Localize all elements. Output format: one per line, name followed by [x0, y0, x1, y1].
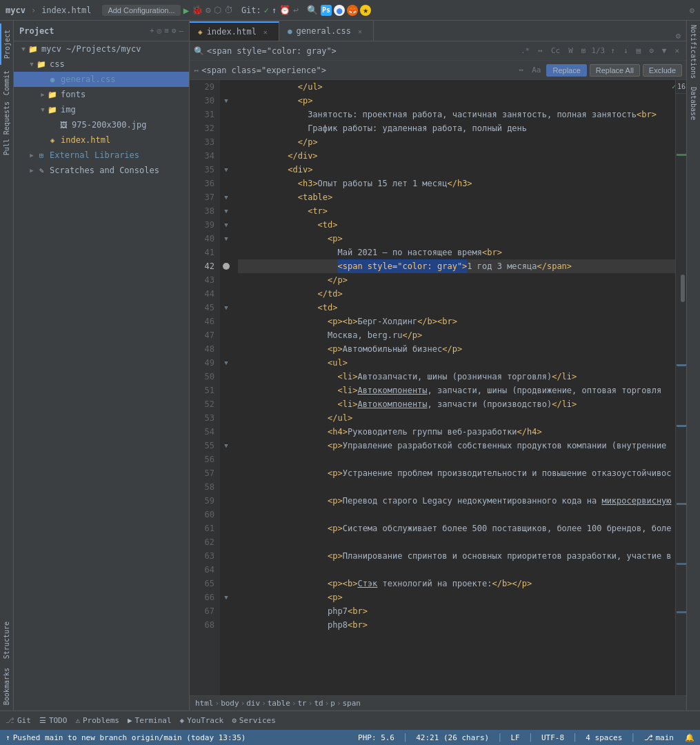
encoding-status[interactable]: UTF-8: [541, 733, 564, 742]
git-history-icon[interactable]: ⏰: [279, 5, 290, 15]
run-icon[interactable]: ▶: [183, 5, 189, 16]
add-config-button[interactable]: Add Configuration...: [102, 5, 180, 16]
code-line-38: <tr>: [238, 204, 675, 218]
tree-item-index-html[interactable]: ◈ index.html: [14, 132, 189, 148]
add-icon[interactable]: +: [150, 26, 154, 35]
build-icon[interactable]: ⚙: [206, 5, 211, 15]
fold-39[interactable]: ▼: [224, 221, 228, 228]
minimize-icon[interactable]: —: [179, 26, 183, 35]
fold-40[interactable]: ▼: [224, 235, 228, 242]
fold-38[interactable]: ▼: [224, 208, 228, 215]
find-close-btn[interactable]: ✕: [672, 45, 682, 57]
find-next-btn[interactable]: ↓: [621, 45, 631, 57]
tree-item-general-css[interactable]: ● general.css: [14, 72, 189, 87]
code-editor[interactable]: 29 30 31 32 33 34 35 36 37 38 39 40 41 4…: [190, 80, 686, 695]
database-label[interactable]: Database: [688, 83, 699, 124]
chrome-plugin-icon[interactable]: ●: [334, 5, 345, 16]
breadcrumb-div[interactable]: div: [246, 699, 260, 708]
find-case-btn[interactable]: ↔: [535, 45, 546, 57]
tab-general-css-close[interactable]: ✕: [355, 26, 365, 36]
breadcrumb-tr[interactable]: tr: [298, 699, 307, 708]
tab-general-css[interactable]: ● general.css ✕: [279, 21, 374, 41]
tree-root[interactable]: ▼ 📁 mycv ~/Projects/mycv: [14, 41, 189, 57]
exclude-button[interactable]: Exclude: [643, 64, 682, 77]
tab-settings-icon[interactable]: ⚙: [670, 31, 686, 41]
tree-item-jpg[interactable]: 🖼 975-200x300.jpg: [14, 117, 189, 132]
collapse-icon[interactable]: ≡: [164, 26, 169, 35]
replace-regex-btn[interactable]: Aa: [529, 64, 543, 76]
sidebar-item-commit[interactable]: Commit: [0, 65, 14, 101]
scrollbar-track[interactable]: [676, 94, 686, 695]
youtrack-tool-item[interactable]: ◈ YouTrack: [180, 716, 224, 725]
tree-item-external-libs[interactable]: ▶ ⊞ External Libraries: [14, 148, 189, 163]
find-input[interactable]: [207, 46, 515, 56]
breadcrumb-table[interactable]: table: [268, 699, 290, 708]
photoshop-plugin-icon[interactable]: Ps: [321, 5, 332, 16]
branch-status[interactable]: ⎇ main: [644, 733, 674, 742]
line-ending-status[interactable]: LF: [510, 733, 519, 742]
find-regex-btn[interactable]: .*: [518, 45, 532, 57]
scrollbar-thumb[interactable]: [681, 275, 685, 302]
breadcrumb-td[interactable]: td: [314, 699, 323, 708]
settings-icon[interactable]: ⚙: [690, 6, 694, 15]
extra-plugin-icon[interactable]: ★: [360, 5, 371, 16]
breadcrumb-body[interactable]: body: [221, 699, 239, 708]
breadcrumb-p[interactable]: p: [330, 699, 335, 708]
tree-item-scratches[interactable]: ▶ ✎ Scratches and Consoles: [14, 163, 189, 178]
fold-30[interactable]: ▼: [224, 97, 228, 104]
tab-index-html[interactable]: ◈ index.html ✕: [190, 21, 279, 41]
find-in-file-btn[interactable]: ▤: [634, 45, 644, 57]
fold-55[interactable]: ▼: [224, 442, 228, 449]
replace-input[interactable]: [201, 66, 513, 75]
replace-button[interactable]: Replace: [546, 64, 586, 77]
sidebar-item-project[interactable]: Project: [0, 23, 14, 65]
todo-tool-item[interactable]: ☰ TODO: [39, 716, 68, 725]
search-icon[interactable]: 🔍: [307, 5, 318, 15]
fold-66[interactable]: ▼: [224, 594, 228, 601]
tree-item-css[interactable]: ▼ 📁 css: [14, 57, 189, 72]
sidebar-item-bookmarks[interactable]: Bookmarks: [0, 662, 14, 711]
services-tool-item[interactable]: ⚙ Services: [232, 716, 276, 725]
notifications-status[interactable]: 🔔: [685, 733, 694, 742]
tab-index-html-close[interactable]: ✕: [261, 27, 270, 37]
find-whole-word-btn[interactable]: W: [566, 45, 576, 57]
terminal-tool-item[interactable]: ▶ Terminal: [128, 716, 172, 725]
locate-icon[interactable]: ◎: [157, 26, 162, 35]
settings-icon[interactable]: ⚙: [172, 26, 177, 35]
fold-37[interactable]: ▼: [224, 194, 228, 201]
debug-icon[interactable]: 🐞: [192, 5, 203, 15]
notifications-label[interactable]: Notifications: [688, 21, 699, 83]
sidebar-item-pull-requests[interactable]: Pull Requests: [0, 101, 14, 156]
tree-item-fonts[interactable]: ▶ 📁 fonts: [14, 87, 189, 102]
firefox-plugin-icon[interactable]: 🦊: [347, 5, 358, 16]
replace-all-button[interactable]: Replace All: [590, 64, 640, 77]
breadcrumb-span[interactable]: span: [343, 699, 361, 708]
cursor-status[interactable]: 42:21 (26 chars): [416, 733, 489, 742]
code-line-64: [238, 563, 675, 577]
git-tool-item[interactable]: ⎇ Git: [6, 716, 31, 725]
profile-icon[interactable]: ⏱: [224, 5, 233, 15]
git-revert-icon[interactable]: ↩: [293, 5, 299, 15]
find-word-btn[interactable]: Cc: [548, 45, 563, 57]
fold-45[interactable]: ▼: [224, 304, 228, 311]
find-prev-btn[interactable]: ↑: [608, 45, 618, 57]
fold-49[interactable]: ▼: [224, 359, 228, 366]
replace-case-btn[interactable]: ↔: [517, 64, 527, 76]
code-content[interactable]: </ul> <p> Занятость: проектная работа, ч…: [232, 80, 675, 695]
coverage-icon[interactable]: ⬡: [214, 5, 221, 15]
find-filter-btn[interactable]: ▼: [659, 45, 670, 57]
problems-tool-item[interactable]: ⚠ Problems: [75, 716, 119, 725]
fold-35[interactable]: ▼: [224, 166, 228, 173]
ln-42: 42: [190, 259, 220, 273]
sidebar-item-structure[interactable]: Structure: [0, 618, 14, 662]
indent-status[interactable]: 4 spaces: [586, 733, 622, 742]
git-push-icon[interactable]: ↑: [272, 6, 277, 15]
breadcrumb-html[interactable]: html: [195, 699, 214, 708]
php-status[interactable]: PHP: 5.6: [358, 733, 394, 742]
find-multiline-btn[interactable]: ⊞: [579, 45, 589, 57]
breakpoint-42[interactable]: [223, 263, 230, 270]
tree-item-img[interactable]: ▼ 📁 img: [14, 102, 189, 117]
git-push-status[interactable]: ↑ Pushed main to new branch origin/main …: [6, 733, 246, 742]
img-arrow: ▼: [39, 106, 47, 114]
find-options-btn[interactable]: ⚙: [646, 45, 657, 57]
